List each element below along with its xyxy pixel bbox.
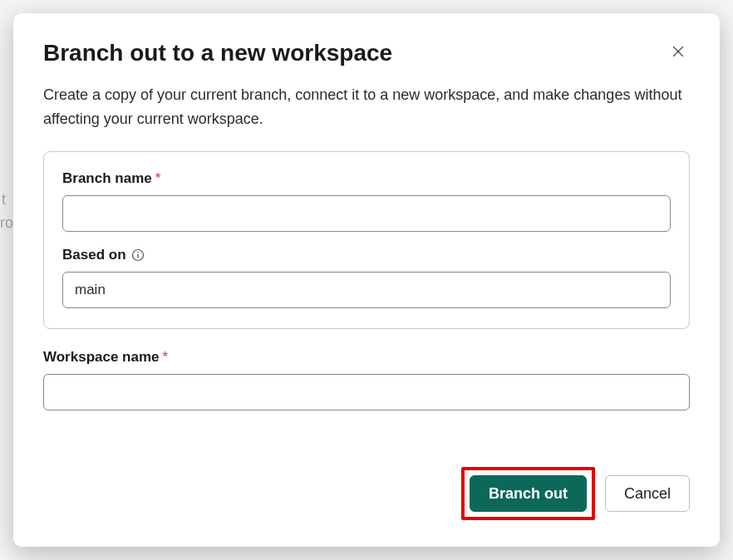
branch-name-label: Branch name * (62, 170, 671, 187)
based-on-field: Based on (62, 247, 671, 308)
required-indicator: * (163, 349, 169, 366)
workspace-name-label-text: Workspace name (43, 349, 160, 366)
branch-name-input[interactable] (62, 195, 671, 232)
based-on-label: Based on (62, 247, 671, 263)
workspace-name-label: Workspace name * (43, 349, 690, 366)
cancel-button[interactable]: Cancel (605, 475, 690, 512)
branch-name-field: Branch name * (62, 170, 671, 232)
dialog-header: Branch out to a new workspace (43, 40, 690, 66)
info-icon[interactable] (131, 248, 145, 262)
workspace-name-field: Workspace name * (43, 349, 690, 410)
primary-action-highlight: Branch out (461, 467, 595, 520)
branch-out-button[interactable]: Branch out (470, 475, 587, 512)
close-button[interactable] (667, 40, 690, 66)
workspace-name-input[interactable] (43, 374, 690, 410)
branch-out-dialog: Branch out to a new workspace Create a c… (13, 13, 720, 547)
dialog-footer: Branch out Cancel (43, 467, 690, 520)
based-on-input[interactable] (62, 272, 671, 308)
close-icon (670, 43, 686, 62)
svg-point-4 (137, 252, 139, 253)
required-indicator: * (155, 170, 161, 187)
branch-name-label-text: Branch name (62, 170, 152, 187)
dialog-description: Create a copy of your current branch, co… (43, 83, 690, 131)
branch-settings-group: Branch name * Based on (43, 151, 690, 329)
dialog-title: Branch out to a new workspace (43, 40, 392, 66)
based-on-label-text: Based on (62, 247, 126, 263)
